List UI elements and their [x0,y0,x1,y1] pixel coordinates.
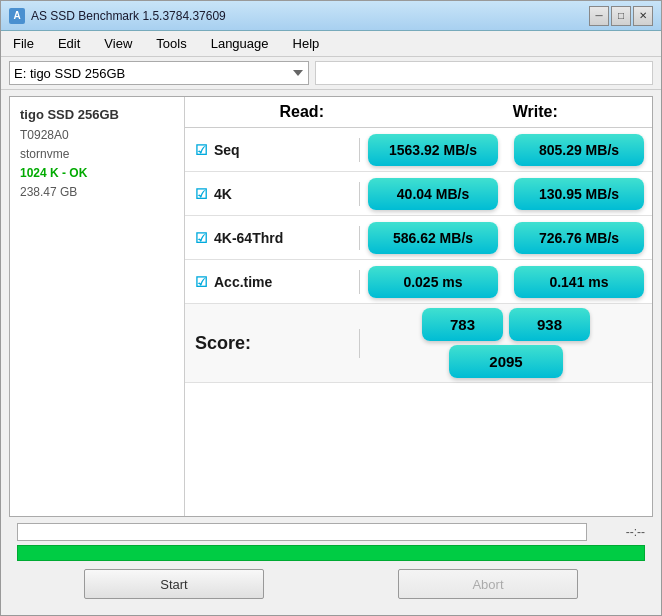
menu-file[interactable]: File [7,34,40,53]
menu-edit[interactable]: Edit [52,34,86,53]
4k64-write-cell: 726.76 MB/s [506,218,652,258]
4k64-read-cell: 586.62 MB/s [360,218,506,258]
table-row: ☑ 4K 40.04 MB/s 130.95 MB/s [185,172,652,216]
window-controls: ─ □ ✕ [589,6,653,26]
main-window: A AS SSD Benchmark 1.5.3784.37609 ─ □ ✕ … [0,0,662,616]
score-read-badge: 783 [422,308,503,341]
toolbar-spacer [315,61,653,85]
menu-view[interactable]: View [98,34,138,53]
progress-bar-outer [17,523,587,541]
4k64-write-badge: 726.76 MB/s [514,222,644,254]
row-label-4k64: ☑ 4K-64Thrd [185,226,360,250]
score-total-badge: 2095 [449,345,562,378]
drive-block: 1024 K - OK [20,164,174,183]
menu-language[interactable]: Language [205,34,275,53]
button-row: Start Abort [17,565,645,603]
row-label-seq-text: Seq [214,142,240,158]
main-content: tigo SSD 256GB T0928A0 stornvme 1024 K -… [1,90,661,615]
row-label-4k64-text: 4K-64Thrd [214,230,283,246]
seq-write-badge: 805.29 MB/s [514,134,644,166]
results-header: Read: Write: [185,97,652,128]
menu-help[interactable]: Help [287,34,326,53]
4k-read-cell: 40.04 MB/s [360,174,506,214]
drive-driver: stornvme [20,145,174,164]
toolbar: E: tigo SSD 256GB [1,57,661,90]
write-header: Write: [419,97,653,127]
menu-bar: File Edit View Tools Language Help [1,31,661,57]
4k64-read-badge: 586.62 MB/s [368,222,498,254]
bottom-progress-bar [17,545,645,561]
drive-selector[interactable]: E: tigo SSD 256GB [9,61,309,85]
bottom-bar: --:-- Start Abort [9,517,653,609]
checkbox-4k64-icon: ☑ [195,230,208,246]
table-row: ☑ Seq 1563.92 MB/s 805.29 MB/s [185,128,652,172]
row-label-acctime-text: Acc.time [214,274,272,290]
progress-row: --:-- [17,523,645,541]
abort-button[interactable]: Abort [398,569,578,599]
seq-read-badge: 1563.92 MB/s [368,134,498,166]
window-title: AS SSD Benchmark 1.5.3784.37609 [31,9,589,23]
close-button[interactable]: ✕ [633,6,653,26]
row-label-4k: ☑ 4K [185,182,360,206]
acctime-read-badge: 0.025 ms [368,266,498,298]
4k-write-cell: 130.95 MB/s [506,174,652,214]
score-cells: 783 938 2095 [360,304,652,382]
start-button[interactable]: Start [84,569,264,599]
drive-info: tigo SSD 256GB T0928A0 stornvme 1024 K -… [10,97,185,516]
drive-name: tigo SSD 256GB [20,105,174,126]
score-bottom: 2095 [443,343,568,382]
row-label-4k-text: 4K [214,186,232,202]
minimize-button[interactable]: ─ [589,6,609,26]
checkbox-acctime-icon: ☑ [195,274,208,290]
4k-write-badge: 130.95 MB/s [514,178,644,210]
seq-read-cell: 1563.92 MB/s [360,130,506,170]
menu-tools[interactable]: Tools [150,34,192,53]
table-row: ☑ 4K-64Thrd 586.62 MB/s 726.76 MB/s [185,216,652,260]
score-write-badge: 938 [509,308,590,341]
acctime-write-cell: 0.141 ms [506,262,652,302]
checkbox-4k-icon: ☑ [195,186,208,202]
acctime-write-badge: 0.141 ms [514,266,644,298]
checkbox-seq-icon: ☑ [195,142,208,158]
row-label-seq: ☑ Seq [185,138,360,162]
acctime-read-cell: 0.025 ms [360,262,506,302]
drive-size: 238.47 GB [20,183,174,202]
score-label: Score: [185,329,360,358]
results-area: Read: Write: ☑ Seq 1563.92 MB/s [185,97,652,516]
progress-time: --:-- [595,525,645,539]
app-icon: A [9,8,25,24]
maximize-button[interactable]: □ [611,6,631,26]
table-row: ☑ Acc.time 0.025 ms 0.141 ms [185,260,652,304]
seq-write-cell: 805.29 MB/s [506,130,652,170]
score-top: 783 938 [360,304,652,343]
results-rows: ☑ Seq 1563.92 MB/s 805.29 MB/s ☑ [185,128,652,516]
read-header: Read: [185,97,419,127]
drive-id: T0928A0 [20,126,174,145]
row-label-acctime: ☑ Acc.time [185,270,360,294]
4k-read-badge: 40.04 MB/s [368,178,498,210]
score-row: Score: 783 938 2095 [185,304,652,383]
title-bar: A AS SSD Benchmark 1.5.3784.37609 ─ □ ✕ [1,1,661,31]
results-panel: tigo SSD 256GB T0928A0 stornvme 1024 K -… [9,96,653,517]
